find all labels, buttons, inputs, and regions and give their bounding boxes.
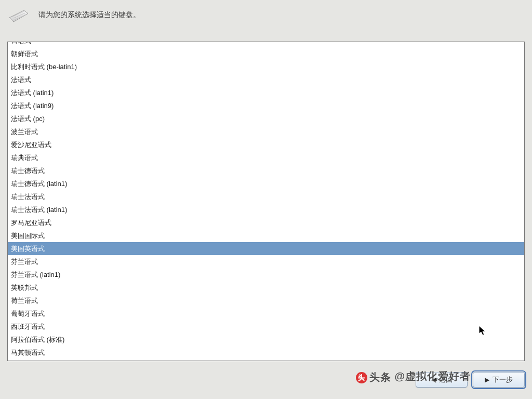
list-item[interactable]: 葡萄牙语式 bbox=[8, 307, 524, 320]
list-item[interactable]: 马其顿语式 bbox=[8, 346, 524, 359]
back-button-label: 返回 bbox=[439, 375, 453, 384]
list-item[interactable]: 罗马尼亚语式 bbox=[8, 216, 524, 229]
list-item[interactable]: 芬兰语式 bbox=[8, 255, 524, 268]
instruction-text: 请为您的系统选择适当的键盘。 bbox=[38, 10, 140, 20]
arrow-left-icon: ◀ bbox=[431, 376, 436, 383]
watermark-prefix: 头条 bbox=[369, 370, 391, 384]
list-item[interactable]: 爱沙尼亚语式 bbox=[8, 138, 524, 151]
list-item[interactable]: 芬兰语式 (latin1) bbox=[8, 268, 524, 281]
keyboard-layout-list[interactable]: 日语式朝鲜语式比利时语式 (be-latin1)法语式法语式 (latin1)法… bbox=[7, 42, 525, 361]
wizard-button-row: ◀ 返回 ▶ 下一步 bbox=[416, 372, 525, 388]
list-item[interactable]: 美国英语式 bbox=[8, 242, 524, 255]
list-item[interactable]: 朝鲜语式 bbox=[8, 47, 524, 60]
svg-marker-0 bbox=[9, 10, 28, 22]
arrow-right-icon: ▶ bbox=[485, 376, 489, 383]
list-item[interactable]: 日语式 bbox=[8, 42, 524, 47]
back-button[interactable]: ◀ 返回 bbox=[416, 372, 468, 388]
list-item-label: 日语式 bbox=[11, 42, 31, 47]
watermark-logo-icon: 头 bbox=[356, 372, 367, 383]
list-item[interactable]: 法语式 (pc) bbox=[8, 112, 524, 125]
scroll-spacer-bottom bbox=[8, 359, 524, 361]
list-item[interactable]: 法语式 (latin1) bbox=[8, 86, 524, 99]
list-item[interactable]: 瑞士德语式 bbox=[8, 164, 524, 177]
list-item[interactable]: 瑞典语式 bbox=[8, 151, 524, 164]
list-item[interactable]: 荷兰语式 bbox=[8, 294, 524, 307]
list-item[interactable]: 波兰语式 bbox=[8, 125, 524, 138]
list-item[interactable]: 英联邦式 bbox=[8, 281, 524, 294]
list-item[interactable]: 瑞士德语式 (latin1) bbox=[8, 177, 524, 190]
keyboard-icon bbox=[8, 7, 29, 23]
watermark-logo: 头 头条 bbox=[356, 370, 391, 384]
list-item[interactable]: 美国国际式 bbox=[8, 229, 524, 242]
list-item[interactable]: 西班牙语式 bbox=[8, 320, 524, 333]
list-item[interactable]: 法语式 (latin9) bbox=[8, 99, 524, 112]
next-button-label: 下一步 bbox=[493, 375, 513, 384]
list-item[interactable]: 法语式 bbox=[8, 73, 524, 86]
list-item[interactable]: 比利时语式 (be-latin1) bbox=[8, 60, 524, 73]
header: 请为您的系统选择适当的键盘。 bbox=[8, 7, 140, 23]
list-item[interactable]: 阿拉伯语式 (标准) bbox=[8, 333, 524, 346]
next-button[interactable]: ▶ 下一步 bbox=[473, 372, 525, 388]
list-item[interactable]: 瑞士法语式 bbox=[8, 190, 524, 203]
list-item[interactable]: 瑞士法语式 (latin1) bbox=[8, 203, 524, 216]
